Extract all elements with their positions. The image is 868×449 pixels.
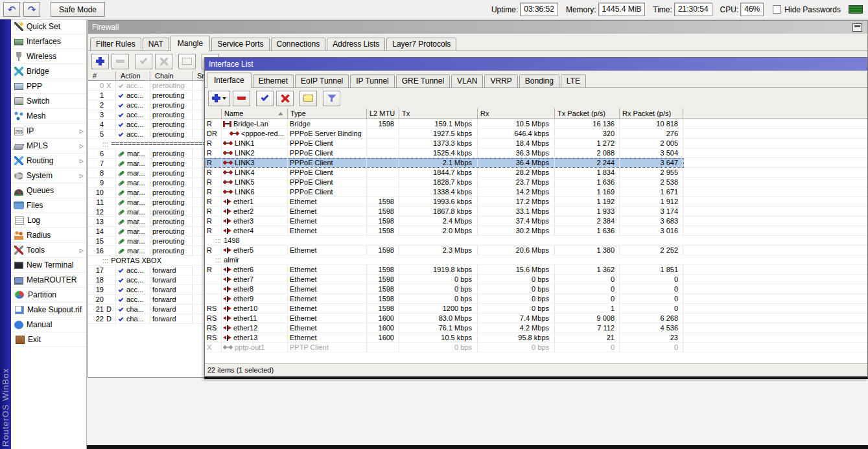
undo-button[interactable]: ↶ xyxy=(3,2,20,17)
interface-row-link4[interactable]: RLINK4PPPoE Client1844.7 kbps28.2 Mbps1 … xyxy=(205,168,867,178)
tab-ip-tunnel[interactable]: IP Tunnel xyxy=(350,75,394,87)
column-header-type[interactable]: Type xyxy=(288,108,367,119)
column-header-tx-packet[interactable]: Tx Packet (p/s) xyxy=(555,108,620,119)
sidebar-item-files[interactable]: Files xyxy=(11,198,86,213)
sidebar-item-routing[interactable]: Routing▷ xyxy=(11,154,86,168)
filter-interfaces-button[interactable] xyxy=(323,91,340,106)
enable-interface-button[interactable] xyxy=(256,91,274,106)
tab-vlan[interactable]: VLAN xyxy=(451,75,483,87)
tab-bonding[interactable]: Bonding xyxy=(519,75,559,87)
interface-name-cell: ether4 xyxy=(222,226,288,235)
add-interface-button[interactable] xyxy=(208,91,230,106)
column-header-l2mtu[interactable]: L2 MTU xyxy=(367,108,399,119)
column-header-tx[interactable]: Tx xyxy=(399,108,478,119)
tab-layer7-protocols[interactable]: Layer7 Protocols xyxy=(386,38,456,51)
sidebar-item-switch[interactable]: Switch xyxy=(11,94,86,109)
add-rule-button[interactable] xyxy=(91,54,109,69)
interface-flags: RS xyxy=(205,323,222,332)
interface-l2mtu: 1600 xyxy=(367,323,399,332)
interface-row-ether7[interactable]: ether7Ethernet15980 bps0 bps00 xyxy=(205,275,867,284)
interface-comment-row[interactable]: :::1498 xyxy=(205,236,867,246)
interface-row-ether4[interactable]: Rether4Ethernet15982.0 Mbps30.2 Mbps1 63… xyxy=(205,226,867,236)
interface-row-ether8[interactable]: ether8Ethernet15980 bps0 bps00 xyxy=(205,284,867,294)
interface-row-ether3[interactable]: Rether3Ethernet15982.4 Mbps37.4 Mbps2 38… xyxy=(205,216,867,226)
tab-service-ports[interactable]: Service Ports xyxy=(211,38,269,51)
tab-lte[interactable]: LTE xyxy=(561,75,586,87)
interface-row-ether2[interactable]: Rether2Ethernet15981867.8 kbps33.1 Mbps1… xyxy=(205,207,867,216)
remove-interface-button[interactable] xyxy=(233,91,250,106)
remove-rule-button[interactable] xyxy=(111,54,129,69)
interface-list-titlebar[interactable]: Interface List xyxy=(205,58,867,71)
interface-row-ether1[interactable]: Rether1Ethernet15981993.6 kbps17.2 Mbps1… xyxy=(205,197,867,207)
sidebar-item-interfaces[interactable]: Interfaces xyxy=(11,34,86,49)
interface-row-pppoe-red[interactable]: DR<pppoe-red...PPPoE Server Binding1927.… xyxy=(205,129,867,139)
interface-type: Ethernet xyxy=(288,304,367,313)
sidebar-item-new-terminal[interactable]: New Terminal xyxy=(11,258,86,273)
tab-mangle[interactable]: Mangle xyxy=(170,36,210,51)
interface-row-link1[interactable]: RLINK1PPPoE Client1373.3 kbps18.4 Mbps1 … xyxy=(205,139,867,148)
sidebar-item-ip[interactable]: 255IP▷ xyxy=(11,124,86,139)
column-header-flags[interactable] xyxy=(205,108,222,119)
sidebar-item-wireless[interactable]: Wireless xyxy=(11,49,86,64)
disable-interface-button[interactable] xyxy=(276,91,294,106)
column-header-rx-packet[interactable]: Rx Packet (p/s) xyxy=(620,108,683,119)
sidebar-item-exit[interactable]: Exit xyxy=(11,332,86,347)
tab-address-lists[interactable]: Address Lists xyxy=(327,38,385,51)
sidebar-item-mpls[interactable]: MPLS▷ xyxy=(11,139,86,154)
sidebar-item-log[interactable]: Log xyxy=(11,213,86,228)
interface-rx-packet: 2 538 xyxy=(620,178,683,187)
sidebar-item-tools[interactable]: Tools▷ xyxy=(11,243,86,258)
interface-row-link3[interactable]: RLINK3PPPoE Client2.1 Mbps36.4 Mbps2 244… xyxy=(205,158,867,168)
enable-rule-button[interactable] xyxy=(135,54,152,69)
interface-row-ether12[interactable]: RSether12Ethernet160076.1 Mbps4.2 Mbps7 … xyxy=(205,323,867,333)
sidebar-item-ppp[interactable]: PPP xyxy=(11,79,86,94)
tab-eoip-tunnel[interactable]: EoIP Tunnel xyxy=(295,75,349,87)
sidebar-item-quick-set[interactable]: Quick Set xyxy=(11,19,86,34)
sidebar-item-bridge[interactable]: Bridge xyxy=(11,64,86,79)
tab-gre-tunnel[interactable]: GRE Tunnel xyxy=(396,75,450,87)
column-header-number[interactable]: # xyxy=(88,71,116,80)
redo-button[interactable]: ↷ xyxy=(23,2,40,17)
sidebar-item-radius[interactable]: Radius xyxy=(11,228,86,243)
interface-row-ether10[interactable]: RSether10Ethernet15981200 bps0 bps10 xyxy=(205,304,867,314)
interface-row-link6[interactable]: RLINK6PPPoE Client1338.4 kbps14.2 Mbps1 … xyxy=(205,187,867,197)
interface-row-bridge-lan[interactable]: RBridge-LanBridge1598159.1 Mbps10.5 Mbps… xyxy=(205,119,867,129)
interface-row-link2[interactable]: RLINK2PPPoE Client1525.4 kbps36.3 Mbps2 … xyxy=(205,148,867,158)
interface-row-ether13[interactable]: RSether13Ethernet160010.5 kbps95.8 kbps2… xyxy=(205,333,867,343)
tab-nat[interactable]: NAT xyxy=(143,38,169,51)
interface-row-link5[interactable]: RLINK5PPPoE Client1828.7 kbps23.7 Mbps1 … xyxy=(205,178,867,187)
interface-tx-packet: 1 380 xyxy=(555,246,620,255)
interface-name-cell: pptp-out1 xyxy=(222,343,288,352)
comment-interface-button[interactable] xyxy=(299,91,317,106)
sidebar-item-metarouter[interactable]: MetaROUTER xyxy=(11,273,86,288)
sidebar-item-manual[interactable]: Manual xyxy=(11,317,86,332)
interface-comment-row[interactable]: :::almir xyxy=(205,255,867,265)
column-header-action[interactable]: Action xyxy=(116,71,150,80)
disable-rule-button[interactable] xyxy=(155,54,172,69)
sidebar-item-system[interactable]: System▷ xyxy=(11,168,86,183)
interface-row-ether5[interactable]: Rether5Ethernet15982.3 Mbps20.6 Mbps1 38… xyxy=(205,246,867,255)
restore-window-icon[interactable] xyxy=(852,23,862,32)
interface-row-pptp-out1[interactable]: Xpptp-out1PPTP Client0 bps0 bps00 xyxy=(205,343,867,352)
comment-rule-button[interactable] xyxy=(178,54,196,69)
rule-action-label: mar... xyxy=(127,208,145,216)
tab-interface[interactable]: Interface xyxy=(207,73,252,88)
tab-vrrp[interactable]: VRRP xyxy=(484,75,517,87)
sidebar-item-mesh[interactable]: Mesh xyxy=(11,109,86,124)
interface-row-ether9[interactable]: ether9Ethernet15980 bps0 bps00 xyxy=(205,294,867,304)
sidebar-item-queues[interactable]: Queues xyxy=(11,183,86,198)
tab-filter-rules[interactable]: Filter Rules xyxy=(90,38,141,51)
column-header-name[interactable]: Name xyxy=(222,108,288,119)
column-header-chain[interactable]: Chain xyxy=(150,71,193,80)
interface-rx: 37.4 Mbps xyxy=(478,216,555,225)
sidebar-item-partition[interactable]: Partition xyxy=(11,288,86,303)
tab-ethernet[interactable]: Ethernet xyxy=(253,75,294,87)
hide-passwords-checkbox[interactable] xyxy=(773,5,781,14)
firewall-titlebar[interactable]: Firewall xyxy=(88,21,867,34)
interface-row-ether11[interactable]: RSether11Ethernet160083.0 Mbps7.4 Mbps9 … xyxy=(205,314,867,323)
tab-connections[interactable]: Connections xyxy=(271,38,326,51)
sidebar-item-make-supout-rif[interactable]: Make Supout.rif xyxy=(11,303,86,317)
column-header-rx[interactable]: Rx xyxy=(478,108,555,119)
safe-mode-button[interactable]: Safe Mode xyxy=(51,2,105,17)
interface-row-ether6[interactable]: Rether6Ethernet15981919.8 kbps15.6 Mbps1… xyxy=(205,265,867,275)
